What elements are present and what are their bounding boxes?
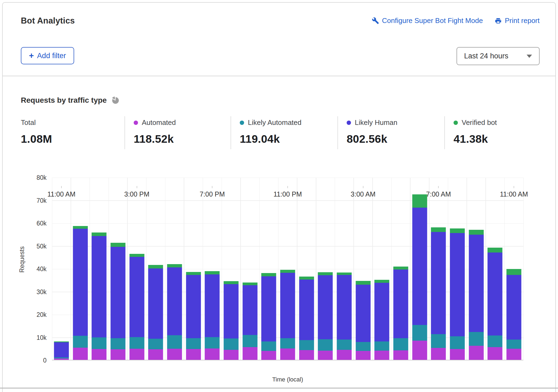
bar-segment-automated [167,349,182,360]
bar-segment-likely-automated [261,341,276,351]
y-axis-tick-label: 10k [3,334,47,341]
bar-segment-likely-human [318,275,333,339]
bar-stack [280,270,295,360]
bar-segment-likely-automated [110,338,125,349]
x-axis-tick-label: 11:00 PM [273,190,302,198]
x-axis-title: Time (local) [52,376,523,383]
bar-stack [469,230,484,360]
bar-segment-likely-human [129,257,144,337]
bar-column[interactable] [354,178,373,360]
bar-stack [110,243,125,360]
bar-segment-automated [431,348,446,360]
bar-segment-likely-human [261,276,276,342]
bar-segment-likely-automated [412,325,427,341]
bar-segment-likely-automated [393,338,408,350]
bar-column[interactable] [410,178,429,360]
bar-column[interactable] [316,178,335,360]
bar-segment-likely-automated [73,336,88,348]
bar-stack [375,280,389,360]
bar-segment-verified-bot [507,269,521,275]
bar-column[interactable] [184,178,203,360]
bar-segment-verified-bot [167,264,182,267]
bar-column[interactable] [297,178,316,360]
bar-column[interactable] [373,178,392,360]
x-axis-tick [438,186,439,188]
bar-stack [261,273,276,360]
bar-segment-automated [412,341,427,360]
bar-segment-verified-bot [224,281,238,284]
bar-column[interactable] [109,178,127,360]
bar-column[interactable] [90,178,109,360]
y-axis-tick-label: 70k [3,197,47,204]
bar-segment-automated [318,351,333,360]
bar-column[interactable] [335,178,354,360]
bar-segment-likely-human [148,268,163,339]
bar-segment-verified-bot [205,271,220,274]
bar-stack [450,228,465,360]
bar-segment-likely-human [242,285,257,335]
bar-segment-automated [393,350,408,360]
bar-column[interactable] [391,178,410,360]
bar-stack [205,271,220,360]
bar-column[interactable] [241,178,260,360]
y-axis-tick-label: 50k [3,243,47,250]
bar-segment-automated [148,349,163,360]
bar-column[interactable] [259,178,278,360]
x-axis-tick-label: 3:00 PM [124,190,149,198]
bar-column[interactable] [429,178,448,360]
bar-column[interactable] [165,178,184,360]
bar-stack [167,264,182,360]
bar-column[interactable] [146,178,165,360]
bar-segment-likely-automated [318,339,333,351]
bar-segment-verified-bot [450,228,465,233]
bar-column[interactable] [504,178,523,360]
bar-segment-likely-human [412,208,427,325]
bar-segment-automated [186,349,201,360]
x-axis-tick-label: 11:00 AM [500,190,528,198]
bar-column[interactable] [486,178,505,360]
bar-segment-verified-bot [375,280,389,283]
bar-segment-automated [299,350,314,360]
bar-segment-likely-automated [224,338,238,350]
bar-segment-likely-automated [299,340,314,350]
bar-segment-verified-bot [337,273,352,275]
bar-stack [318,272,333,360]
bar-segment-verified-bot [393,267,408,270]
bar-segment-automated [280,348,295,360]
bar-column[interactable] [222,178,241,360]
x-axis-tick-label: 11:00 AM [47,190,76,198]
bar-column[interactable] [278,178,297,360]
bar-segment-automated [261,351,276,360]
requests-by-traffic-type-chart: Requests Time (local) 80k70k60k50k40k30k… [3,3,555,392]
bar-stack [299,277,314,360]
bar-column[interactable] [203,178,222,360]
bar-segment-likely-human [205,274,220,337]
bar-segment-likely-automated [337,340,352,350]
bar-stack [337,273,352,360]
bar-segment-likely-human [507,275,521,340]
bar-segment-verified-bot [148,265,163,268]
bar-stack [507,269,521,360]
y-axis-tick-label: 60k [3,220,47,227]
x-axis-tick [514,186,514,188]
bar-segment-automated [507,349,521,360]
bar-stack [54,341,69,360]
bar-segment-likely-human [356,285,370,342]
bar-segment-likely-human [73,229,88,336]
bar-column[interactable] [448,178,467,360]
bar-column[interactable] [52,178,71,360]
bar-segment-verified-bot [261,273,276,276]
bar-segment-verified-bot [73,226,88,229]
bar-stack [92,232,107,360]
bar-column[interactable] [467,178,486,360]
bar-column[interactable] [127,178,146,360]
bar-stack [224,281,238,360]
bar-stack [393,267,408,360]
bar-stack [186,272,201,360]
x-axis-tick-label: 3:00 AM [351,190,376,198]
bar-column[interactable] [71,178,90,360]
bar-segment-likely-human [469,235,484,332]
bar-segment-likely-automated [375,341,389,351]
bar-segment-verified-bot [242,283,257,285]
bar-segment-likely-automated [242,335,257,347]
